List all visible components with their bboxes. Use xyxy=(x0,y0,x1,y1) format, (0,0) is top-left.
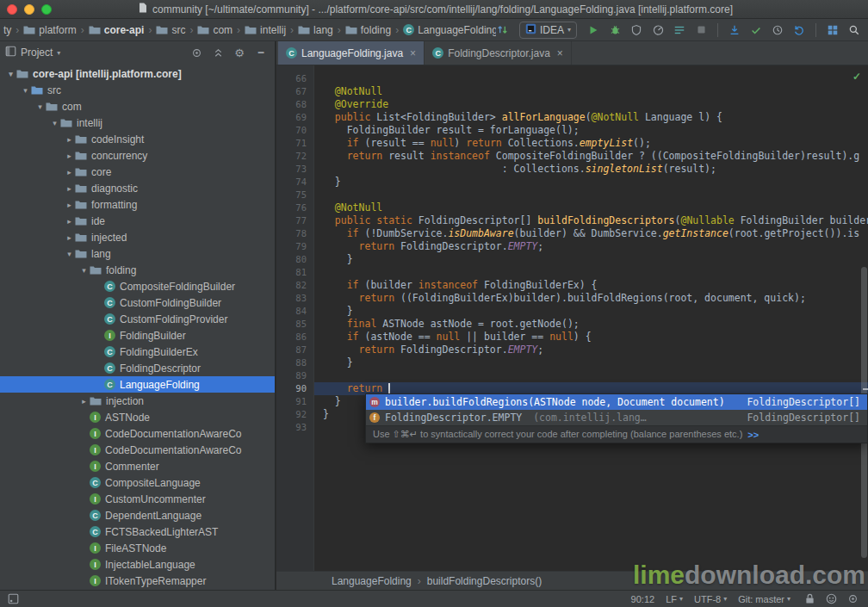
project-panel-title[interactable]: Project xyxy=(21,46,53,59)
tree-expanded-arrow-icon[interactable]: ▾ xyxy=(34,102,46,111)
tree-item[interactable]: ICommenter xyxy=(0,458,275,474)
breadcrumb-class[interactable]: LanguageFolding xyxy=(332,575,412,587)
profiler-icon[interactable] xyxy=(651,23,665,37)
tree-expanded-arrow-icon[interactable]: ▾ xyxy=(49,119,60,127)
line-number[interactable]: 70 xyxy=(276,124,313,137)
code-line[interactable]: } xyxy=(314,253,868,266)
completion-hint-link[interactable]: >> xyxy=(747,430,759,440)
line-number[interactable]: 78 xyxy=(276,227,313,240)
locate-icon[interactable] xyxy=(846,592,859,606)
run-configuration-select[interactable]: IDEA ▾ xyxy=(519,22,577,39)
breadcrumb-item[interactable]: src xyxy=(154,23,187,37)
tree-expanded-arrow-icon[interactable]: ▾ xyxy=(64,250,75,258)
tree-item[interactable]: IFileASTNode xyxy=(0,540,275,556)
code-line[interactable]: if (!DumbService.isDumbAware(builder) &&… xyxy=(314,227,868,240)
breadcrumb-item[interactable]: intellij xyxy=(243,23,288,37)
settings-gear-icon[interactable]: ⚙ xyxy=(232,46,246,59)
hide-icon[interactable]: ━ xyxy=(254,46,268,59)
tree-item[interactable]: ▾core-api [intellij.platform.core] xyxy=(0,65,275,82)
line-number[interactable]: 88 xyxy=(276,356,313,369)
locate-icon[interactable] xyxy=(189,46,203,59)
code-line[interactable] xyxy=(314,369,868,382)
tree-item[interactable]: IASTNode xyxy=(0,409,275,425)
hector-icon[interactable] xyxy=(824,592,838,606)
line-number[interactable]: 86 xyxy=(276,331,313,344)
vcs-commit-icon[interactable] xyxy=(749,23,763,37)
line-number[interactable]: 83 xyxy=(276,292,313,305)
code-line[interactable]: } xyxy=(314,176,868,189)
line-number[interactable]: 89 xyxy=(276,369,313,382)
breadcrumb-method[interactable]: buildFoldingDescriptors() xyxy=(427,575,542,587)
code-line[interactable]: @NotNull xyxy=(314,201,868,214)
sync-arrows-icon[interactable] xyxy=(496,23,510,37)
tree-item[interactable]: ▾intellij xyxy=(0,115,275,131)
code-line[interactable]: } xyxy=(314,356,868,369)
coverage-icon[interactable] xyxy=(629,23,643,37)
line-number[interactable]: 81 xyxy=(276,266,313,279)
tree-collapsed-arrow-icon[interactable]: ▸ xyxy=(64,152,75,160)
status-line-separator[interactable]: LF▾ xyxy=(666,594,683,604)
line-number[interactable]: 67 xyxy=(276,85,313,98)
line-number[interactable]: 79 xyxy=(276,240,313,253)
tree-item[interactable]: ▸concurrency xyxy=(0,147,275,164)
tree-collapsed-arrow-icon[interactable]: ▸ xyxy=(64,184,75,193)
line-number[interactable]: 69 xyxy=(276,111,313,124)
status-vcs-branch[interactable]: Git: master▾ xyxy=(738,594,790,604)
line-number[interactable]: 84 xyxy=(276,305,313,318)
line-number[interactable]: 72 xyxy=(276,150,313,163)
line-number[interactable]: 90 xyxy=(276,382,313,395)
tree-item[interactable]: ▸diagnostic xyxy=(0,180,275,196)
tree-item[interactable]: ▸core xyxy=(0,164,275,180)
code-line[interactable]: } xyxy=(314,305,868,318)
breadcrumb-item[interactable]: core-api xyxy=(87,23,146,37)
line-number[interactable]: 92 xyxy=(276,408,313,421)
editor-tab[interactable]: CLanguageFolding.java× xyxy=(278,41,425,65)
line-number[interactable]: 80 xyxy=(276,253,313,266)
tree-item[interactable]: ▸ide xyxy=(0,213,275,229)
code-line[interactable]: : Collections.singletonList(result); xyxy=(314,163,868,176)
tree-item[interactable]: CCustomFoldingProvider xyxy=(0,311,275,327)
tree-collapsed-arrow-icon[interactable]: ▸ xyxy=(64,233,75,242)
status-caret-position[interactable]: 90:12 xyxy=(631,594,655,604)
code-line[interactable]: if (builder instanceof FoldingBuilderEx)… xyxy=(314,279,868,292)
status-encoding[interactable]: UTF-8▾ xyxy=(694,594,727,604)
tree-item[interactable]: ▾folding xyxy=(0,262,275,278)
breadcrumb-item[interactable]: lang xyxy=(296,23,335,37)
tree-item[interactable]: ▸injection xyxy=(0,393,275,409)
tree-item[interactable]: CDependentLanguage xyxy=(0,507,275,523)
line-number[interactable]: 68 xyxy=(276,98,313,111)
tree-expanded-arrow-icon[interactable]: ▾ xyxy=(78,266,90,275)
breadcrumb-item[interactable]: folding xyxy=(344,23,393,37)
code-line[interactable]: public static FoldingDescriptor[] buildF… xyxy=(314,214,868,227)
tool-windows-icon[interactable] xyxy=(826,23,840,37)
code-line[interactable] xyxy=(314,72,868,85)
tree-item[interactable]: ▸formatting xyxy=(0,196,275,213)
vcs-update-icon[interactable] xyxy=(728,23,741,37)
stop-icon[interactable] xyxy=(694,23,708,37)
zoom-button[interactable] xyxy=(41,4,52,15)
tree-expanded-arrow-icon[interactable]: ▾ xyxy=(20,86,31,95)
code-line[interactable]: return ((FoldingBuilderEx)builder).build… xyxy=(314,292,868,305)
code-line[interactable] xyxy=(314,189,868,201)
tree-item[interactable]: IInjectableLanguage xyxy=(0,556,275,573)
close-button[interactable] xyxy=(7,4,17,15)
debug-icon[interactable] xyxy=(608,23,622,37)
code-line[interactable]: if (result == null) return Collections.e… xyxy=(314,137,868,150)
editor-tab[interactable]: CFoldingDescriptor.java× xyxy=(425,41,572,65)
tree-collapsed-arrow-icon[interactable]: ▸ xyxy=(64,217,75,226)
lock-icon[interactable] xyxy=(803,592,816,606)
completion-item[interactable]: mbuilder.buildFoldRegions(ASTNode node, … xyxy=(366,394,867,410)
collapse-all-icon[interactable] xyxy=(211,46,225,59)
tree-collapsed-arrow-icon[interactable]: ▸ xyxy=(64,135,75,144)
line-number[interactable]: 76 xyxy=(276,201,313,214)
tree-item[interactable]: IITokenTypeRemapper xyxy=(0,573,275,589)
tree-item[interactable]: CFCTSBackedLighterAST xyxy=(0,523,275,540)
tree-item[interactable]: ICodeDocumentationAwareCo xyxy=(0,425,275,442)
tree-item[interactable]: CCompositeLanguage xyxy=(0,474,275,491)
code-lines[interactable]: @NotNull @Override public List<FoldingBu… xyxy=(314,65,868,571)
tree-item[interactable]: ▾com xyxy=(0,98,275,115)
tree-item[interactable]: CCustomFoldingBuilder xyxy=(0,294,275,311)
line-number[interactable]: 85 xyxy=(276,318,313,331)
tree-item[interactable]: ICustomUncommenter xyxy=(0,491,275,507)
run-icon[interactable] xyxy=(586,23,600,37)
